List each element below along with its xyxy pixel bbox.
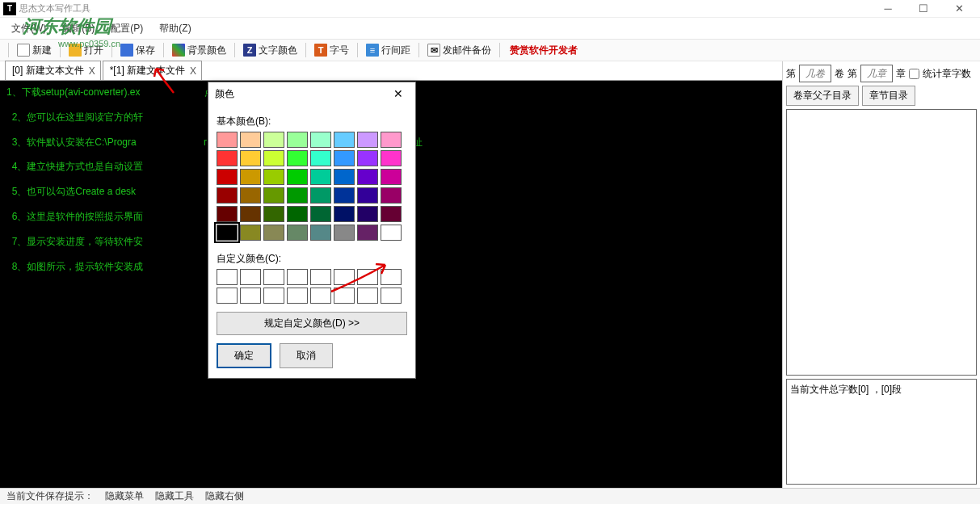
custom-color-swatch[interactable] xyxy=(240,269,261,285)
cancel-button[interactable]: 取消 xyxy=(280,343,333,368)
tab-1[interactable]: *[1] 新建文本文件X xyxy=(103,61,202,80)
custom-color-swatch[interactable] xyxy=(357,288,378,304)
tab-close-icon[interactable]: X xyxy=(190,65,196,77)
juan-input[interactable] xyxy=(799,65,831,82)
menu-edit[interactable]: 编辑(B) xyxy=(59,20,98,37)
color-swatch[interactable] xyxy=(310,150,331,166)
color-swatch[interactable] xyxy=(334,132,355,148)
color-swatch[interactable] xyxy=(240,225,261,241)
hide-tool-link[interactable]: 隐藏工具 xyxy=(155,489,194,503)
color-swatch[interactable] xyxy=(287,187,308,204)
new-button[interactable]: 新建 xyxy=(14,42,55,59)
hide-menu-link[interactable]: 隐藏菜单 xyxy=(105,489,144,503)
color-swatch[interactable] xyxy=(240,169,261,185)
color-swatch[interactable] xyxy=(263,132,284,148)
mail-button[interactable]: ✉发邮件备份 xyxy=(424,42,494,59)
color-swatch[interactable] xyxy=(357,169,378,185)
color-swatch[interactable] xyxy=(217,187,238,204)
praise-link[interactable]: 赞赏软件开发者 xyxy=(510,44,578,57)
color-swatch[interactable] xyxy=(263,187,284,204)
custom-color-swatch[interactable] xyxy=(310,288,331,304)
color-swatch[interactable] xyxy=(381,187,402,204)
color-swatch[interactable] xyxy=(240,187,261,204)
color-swatch[interactable] xyxy=(240,150,261,166)
color-swatch[interactable] xyxy=(381,206,402,222)
open-button[interactable]: 打开 xyxy=(65,42,107,59)
textcolor-button[interactable]: Z文字颜色 xyxy=(240,42,301,59)
color-swatch[interactable] xyxy=(240,206,261,222)
stat-checkbox[interactable] xyxy=(909,69,919,79)
chapter-list-box[interactable] xyxy=(786,109,977,376)
font-button[interactable]: T字号 xyxy=(311,42,352,59)
custom-color-swatch[interactable] xyxy=(357,269,378,285)
save-icon xyxy=(120,44,133,57)
minimize-button[interactable]: ─ xyxy=(870,0,906,18)
hide-right-link[interactable]: 隐藏右侧 xyxy=(205,489,244,503)
parent-dir-button[interactable]: 卷章父子目录 xyxy=(786,86,859,106)
zhang-prefix: 第 xyxy=(848,67,857,81)
linespace-button[interactable]: ≡行间距 xyxy=(363,42,414,59)
color-swatch[interactable] xyxy=(287,132,308,148)
custom-color-swatch[interactable] xyxy=(287,269,308,285)
save-button[interactable]: 保存 xyxy=(117,42,158,59)
color-swatch[interactable] xyxy=(287,169,308,185)
color-swatch[interactable] xyxy=(287,225,308,241)
color-swatch[interactable] xyxy=(310,187,331,204)
bgcolor-button[interactable]: 背景颜色 xyxy=(169,42,229,59)
color-swatch[interactable] xyxy=(263,169,284,185)
custom-color-swatch[interactable] xyxy=(287,288,308,304)
custom-color-swatch[interactable] xyxy=(334,288,355,304)
color-swatch[interactable] xyxy=(217,132,238,148)
close-button[interactable]: ✕ xyxy=(941,0,977,18)
custom-color-swatch[interactable] xyxy=(217,288,238,304)
color-swatch[interactable] xyxy=(357,150,378,166)
zhang-input[interactable] xyxy=(860,65,893,82)
dialog-title: 颜色 xyxy=(215,87,234,101)
custom-color-swatch[interactable] xyxy=(310,269,331,285)
color-swatch[interactable] xyxy=(310,225,331,241)
menu-help[interactable]: 帮助(Z) xyxy=(156,20,194,37)
custom-color-swatch[interactable] xyxy=(381,288,402,304)
color-swatch[interactable] xyxy=(217,150,238,166)
color-swatch[interactable] xyxy=(334,225,355,241)
color-swatch[interactable] xyxy=(310,132,331,148)
color-swatch[interactable] xyxy=(217,225,238,241)
chapter-dir-button[interactable]: 章节目录 xyxy=(862,86,915,106)
custom-color-swatch[interactable] xyxy=(263,269,284,285)
color-swatch[interactable] xyxy=(310,169,331,185)
color-swatch[interactable] xyxy=(287,206,308,222)
custom-color-swatch[interactable] xyxy=(381,269,402,285)
color-swatch[interactable] xyxy=(217,169,238,185)
color-swatch[interactable] xyxy=(310,206,331,222)
color-swatch[interactable] xyxy=(263,206,284,222)
color-swatch[interactable] xyxy=(381,169,402,185)
color-swatch[interactable] xyxy=(287,150,308,166)
color-swatch[interactable] xyxy=(263,225,284,241)
color-swatch[interactable] xyxy=(381,132,402,148)
dialog-close-icon[interactable]: ✕ xyxy=(388,87,409,100)
menu-config[interactable]: 配置(P) xyxy=(107,20,146,37)
color-swatch[interactable] xyxy=(334,150,355,166)
custom-color-swatch[interactable] xyxy=(240,288,261,304)
menu-file[interactable]: 文件(W) xyxy=(8,20,49,37)
color-swatch[interactable] xyxy=(217,206,238,222)
color-swatch[interactable] xyxy=(334,169,355,185)
define-color-button[interactable]: 规定自定义颜色(D) >> xyxy=(217,312,407,335)
tab-close-icon[interactable]: X xyxy=(89,65,95,77)
ok-button[interactable]: 确定 xyxy=(217,343,271,368)
color-swatch[interactable] xyxy=(357,206,378,222)
color-swatch[interactable] xyxy=(263,150,284,166)
color-swatch[interactable] xyxy=(334,206,355,222)
color-swatch[interactable] xyxy=(357,132,378,148)
color-swatch[interactable] xyxy=(357,225,378,241)
color-swatch[interactable] xyxy=(381,150,402,166)
color-swatch[interactable] xyxy=(334,187,355,204)
maximize-button[interactable]: ☐ xyxy=(906,0,941,18)
color-swatch[interactable] xyxy=(357,187,378,204)
color-swatch[interactable] xyxy=(240,132,261,148)
custom-color-swatch[interactable] xyxy=(263,288,284,304)
tab-0[interactable]: [0] 新建文本文件X xyxy=(5,61,101,80)
color-swatch[interactable] xyxy=(381,225,402,241)
custom-color-swatch[interactable] xyxy=(334,269,355,285)
custom-color-swatch[interactable] xyxy=(217,269,238,285)
